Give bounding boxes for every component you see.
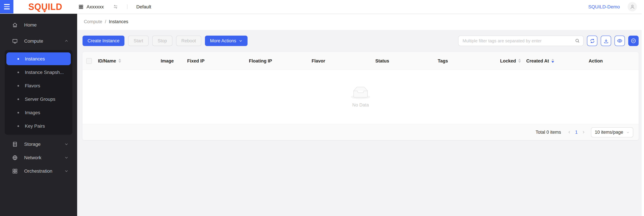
compute-submenu: Instances Instance Snapsh... Flavors Ser…	[5, 50, 72, 135]
storage-icon	[12, 141, 18, 147]
prev-page-button[interactable]	[566, 130, 573, 134]
breadcrumb-compute[interactable]: Compute	[84, 19, 102, 24]
sidebar-item-label: Flavors	[25, 83, 40, 88]
more-actions-button[interactable]: More Actions	[205, 36, 248, 46]
sidebar-item-label: Key Pairs	[25, 123, 45, 129]
chevron-down-icon	[64, 169, 68, 173]
column-header-status: Status	[373, 58, 435, 63]
sidebar-item-network[interactable]: Network	[0, 151, 77, 164]
column-header-fixed-ip: Fixed IP	[184, 58, 246, 63]
column-label: Locked	[500, 58, 516, 63]
column-header-floating-ip: Floating IP	[246, 58, 309, 63]
pagination: Total 0 items 1 10 items/page	[82, 124, 639, 140]
bullet-icon	[18, 112, 19, 113]
select-all-checkbox[interactable]	[86, 58, 92, 64]
sidebar-item-orchestration[interactable]: Orchestration	[0, 164, 77, 178]
eye-icon	[617, 38, 622, 44]
chevron-down-icon	[626, 130, 630, 134]
chevron-down-icon	[64, 142, 68, 146]
sidebar-item-images[interactable]: Images	[6, 106, 71, 119]
globe-icon	[12, 155, 18, 160]
column-label: Tags	[438, 58, 448, 63]
search-icon[interactable]	[575, 38, 580, 43]
home-icon	[12, 22, 18, 28]
sidebar-item-compute[interactable]: Compute	[0, 34, 77, 48]
sidebar-item-flavors[interactable]: Flavors	[6, 79, 71, 92]
instances-table: ID/Name Image Fixed IP Floating IP Flavo…	[82, 52, 639, 140]
sort-icon[interactable]	[118, 59, 121, 63]
column-label: Floating IP	[249, 58, 272, 63]
sidebar-item-label: Instance Snapsh...	[25, 70, 64, 75]
divider	[127, 4, 128, 9]
menu-toggle-button[interactable]	[0, 0, 14, 14]
sort-icon[interactable]	[518, 59, 521, 63]
breadcrumb-separator: /	[105, 19, 106, 24]
start-button[interactable]: Start	[128, 36, 148, 46]
chevron-left-icon	[567, 130, 571, 134]
reboot-button[interactable]: Reboot	[176, 36, 201, 46]
table-empty-state: No Data	[82, 70, 639, 124]
app-logo[interactable]: SQUILD	[14, 2, 77, 12]
column-label: Fixed IP	[187, 58, 204, 63]
column-label: Image	[161, 58, 174, 63]
toolbar: Create Instance Start Stop Reboot More A…	[82, 36, 639, 46]
bullet-icon	[18, 125, 19, 127]
switch-project-icon[interactable]	[113, 4, 118, 10]
auto-refresh-pause-button[interactable]	[628, 36, 639, 46]
sidebar-item-label: Compute	[24, 38, 43, 44]
download-icon	[603, 38, 608, 44]
sidebar-item-key-pairs[interactable]: Key Pairs	[6, 120, 71, 132]
next-page-button[interactable]	[580, 130, 587, 134]
bullet-icon	[18, 58, 19, 60]
sidebar-item-label: Instances	[25, 56, 45, 62]
refresh-icon	[590, 38, 595, 44]
user-icon	[630, 4, 635, 10]
column-label: Status	[375, 58, 389, 63]
refresh-button[interactable]	[587, 36, 598, 46]
column-header-locked[interactable]: Locked	[498, 58, 524, 63]
column-header-id-name[interactable]: ID/Name	[95, 58, 158, 63]
page-size-label: 10 items/page	[595, 130, 623, 135]
bullet-icon	[18, 98, 19, 100]
filter-input[interactable]	[462, 38, 575, 44]
sidebar-item-home[interactable]: Home	[0, 18, 77, 32]
scrollbar[interactable]	[642, 0, 644, 216]
breadcrumb-current: Instances	[109, 19, 128, 24]
columns-visibility-button[interactable]	[614, 36, 625, 46]
stop-button[interactable]: Stop	[152, 36, 172, 46]
appstore-grid-icon	[12, 168, 18, 174]
sidebar-item-instance-snapshots[interactable]: Instance Snapsh...	[6, 66, 71, 79]
avatar[interactable]	[628, 2, 637, 12]
column-header-created-at[interactable]: Created At	[524, 58, 586, 63]
sidebar-item-server-groups[interactable]: Server Groups	[6, 93, 71, 105]
sidebar-item-label: Orchestration	[24, 168, 52, 174]
sidebar-item-label: Network	[24, 155, 42, 160]
page-size-select[interactable]: 10 items/page	[591, 127, 633, 137]
chevron-down-icon	[64, 155, 68, 160]
sidebar-item-instances[interactable]: Instances	[6, 52, 71, 65]
sidebar-item-label: Server Groups	[25, 96, 55, 102]
user-menu-link[interactable]: SQUILD-Demo	[588, 4, 620, 10]
total-items-label: Total 0 items	[536, 130, 561, 135]
download-button[interactable]	[601, 36, 611, 46]
project-switcher[interactable]: Axxxxxx	[78, 4, 104, 10]
bullet-icon	[18, 71, 19, 73]
sidebar-item-label: Home	[24, 22, 37, 28]
column-header-image: Image	[158, 58, 184, 63]
sort-icon-active[interactable]	[552, 59, 554, 63]
table-header-row: ID/Name Image Fixed IP Floating IP Flavo…	[82, 52, 639, 70]
column-header-tags: Tags	[435, 58, 498, 63]
app-window: SQUILD Axxxxxx Default SQUILD-Demo Home	[0, 0, 644, 216]
chevron-down-icon	[239, 39, 242, 43]
column-label: ID/Name	[98, 58, 116, 63]
sidebar-item-storage[interactable]: Storage	[0, 137, 77, 151]
column-label: Created At	[526, 58, 549, 63]
main-content: Create Instance Start Stop Reboot More A…	[77, 30, 644, 216]
project-name: Axxxxxx	[86, 4, 104, 10]
create-instance-button[interactable]: Create Instance	[82, 36, 124, 46]
more-actions-label: More Actions	[210, 38, 236, 43]
chevron-up-icon	[64, 39, 68, 43]
page-number-1[interactable]: 1	[575, 130, 578, 135]
sidebar-item-label: Storage	[24, 141, 40, 147]
logo-text: SQUILD	[28, 1, 62, 13]
